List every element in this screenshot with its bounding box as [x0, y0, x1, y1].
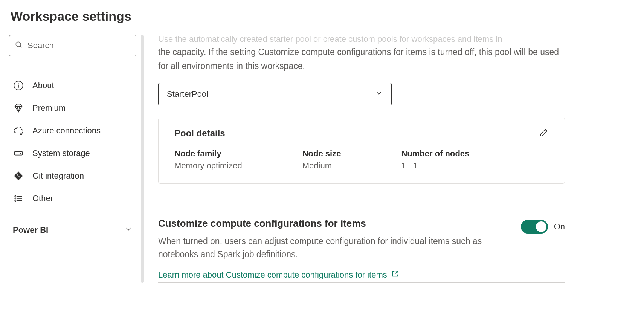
svg-point-7 [20, 153, 21, 154]
git-icon [13, 171, 24, 181]
sidebar: About Premium Azure connections System s… [0, 35, 144, 283]
storage-icon [13, 148, 24, 159]
sidebar-item-label: System storage [32, 148, 90, 158]
sidebar-item-azure-connections[interactable]: Azure connections [9, 119, 136, 142]
toggle-state-label: On [554, 222, 565, 232]
node-size-value: Medium [302, 161, 341, 171]
number-of-nodes-value: 1 - 1 [401, 161, 469, 171]
search-box[interactable] [9, 35, 136, 56]
chevron-down-icon [375, 89, 383, 99]
customize-description: When turned on, users can adjust compute… [158, 235, 512, 261]
sidebar-item-label: About [32, 81, 54, 90]
main-panel: Use the automatically created starter po… [144, 35, 565, 283]
svg-point-0 [16, 42, 21, 47]
sidebar-divider[interactable] [141, 35, 144, 283]
sidebar-item-label: Git integration [32, 171, 84, 181]
search-icon [15, 41, 23, 50]
pool-select-value: StarterPool [167, 89, 208, 99]
svg-point-13 [15, 198, 16, 199]
sidebar-item-about[interactable]: About [9, 74, 136, 97]
external-link-icon [391, 270, 399, 280]
pool-select[interactable]: StarterPool [158, 83, 392, 105]
node-size-label: Node size [302, 149, 341, 159]
node-family-value: Memory optimized [174, 161, 242, 171]
divider [158, 282, 565, 283]
pool-details-title: Pool details [174, 128, 225, 139]
sidebar-item-system-storage[interactable]: System storage [9, 142, 136, 165]
link-text: Learn more about Customize compute confi… [158, 270, 387, 280]
cloud-icon [13, 125, 24, 136]
description-cutoff: Use the automatically created starter po… [158, 33, 565, 45]
toggle-knob [536, 221, 546, 232]
edit-icon[interactable] [539, 128, 549, 139]
sidebar-section-powerbi[interactable]: Power BI [9, 210, 136, 241]
number-of-nodes-label: Number of nodes [401, 149, 469, 159]
svg-line-1 [20, 46, 21, 47]
sidebar-item-label: Azure connections [32, 126, 101, 136]
pool-details-card: Pool details Node family Memory optimize… [158, 118, 565, 184]
diamond-icon [13, 103, 24, 113]
sidebar-item-premium[interactable]: Premium [9, 97, 136, 119]
sidebar-item-git-integration[interactable]: Git integration [9, 165, 136, 187]
svg-point-5 [20, 133, 22, 135]
sidebar-item-other[interactable]: Other [9, 187, 136, 210]
info-icon [13, 80, 24, 91]
list-icon [13, 193, 24, 204]
search-input[interactable] [27, 41, 131, 50]
pool-description: the capacity. If the setting Customize c… [158, 45, 565, 73]
sidebar-item-label: Other [32, 194, 53, 203]
learn-more-link[interactable]: Learn more about Customize compute confi… [158, 270, 512, 282]
customize-toggle[interactable] [521, 220, 548, 234]
node-family-label: Node family [174, 149, 242, 159]
customize-title: Customize compute configurations for ite… [158, 218, 512, 229]
svg-point-15 [15, 200, 16, 201]
sidebar-item-label: Premium [32, 103, 66, 113]
chevron-down-icon [124, 225, 133, 235]
page-title: Workspace settings [0, 0, 565, 35]
section-label: Power BI [13, 225, 48, 235]
svg-point-11 [15, 196, 16, 197]
svg-line-17 [395, 271, 398, 274]
